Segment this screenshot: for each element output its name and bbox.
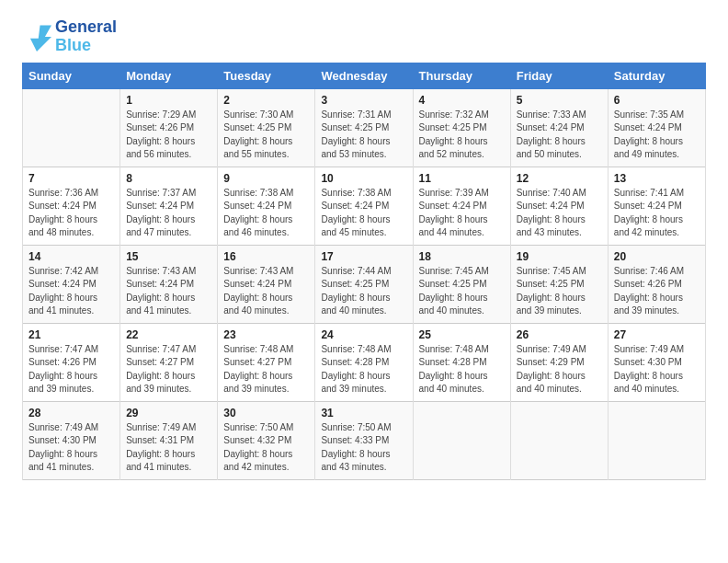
col-header-saturday: Saturday — [608, 63, 705, 88]
day-info: Sunrise: 7:41 AM Sunset: 4:24 PM Dayligh… — [614, 187, 700, 240]
day-info: Sunrise: 7:33 AM Sunset: 4:24 PM Dayligh… — [517, 109, 602, 162]
day-info: Sunrise: 7:50 AM Sunset: 4:32 PM Dayligh… — [223, 421, 309, 475]
calendar-cell: 14Sunrise: 7:42 AM Sunset: 4:24 PM Dayli… — [23, 245, 120, 323]
day-info: Sunrise: 7:32 AM Sunset: 4:25 PM Dayligh… — [419, 109, 505, 162]
day-info: Sunrise: 7:49 AM Sunset: 4:31 PM Dayligh… — [126, 421, 211, 475]
calendar-cell: 20Sunrise: 7:46 AM Sunset: 4:26 PM Dayli… — [608, 245, 705, 323]
day-info: Sunrise: 7:42 AM Sunset: 4:24 PM Dayligh… — [28, 265, 114, 318]
calendar-cell: 24Sunrise: 7:48 AM Sunset: 4:28 PM Dayli… — [315, 323, 413, 401]
day-number: 31 — [321, 407, 406, 419]
day-number: 29 — [126, 407, 211, 419]
calendar-cell: 3Sunrise: 7:31 AM Sunset: 4:25 PM Daylig… — [315, 88, 413, 167]
day-number: 12 — [517, 172, 602, 185]
calendar-cell — [608, 401, 705, 479]
day-info: Sunrise: 7:49 AM Sunset: 4:30 PM Dayligh… — [614, 343, 700, 396]
calendar-cell: 16Sunrise: 7:43 AM Sunset: 4:24 PM Dayli… — [218, 245, 315, 323]
calendar-cell: 26Sunrise: 7:49 AM Sunset: 4:29 PM Dayli… — [510, 323, 608, 401]
calendar-week-row: 14Sunrise: 7:42 AM Sunset: 4:24 PM Dayli… — [23, 245, 706, 323]
calendar-cell: 9Sunrise: 7:38 AM Sunset: 4:24 PM Daylig… — [218, 167, 315, 245]
day-number: 1 — [126, 94, 211, 107]
calendar-cell: 4Sunrise: 7:32 AM Sunset: 4:25 PM Daylig… — [413, 88, 510, 167]
day-info: Sunrise: 7:38 AM Sunset: 4:24 PM Dayligh… — [223, 187, 309, 240]
day-info: Sunrise: 7:39 AM Sunset: 4:24 PM Dayligh… — [419, 187, 505, 240]
day-info: Sunrise: 7:30 AM Sunset: 4:25 PM Dayligh… — [223, 109, 309, 162]
calendar-cell: 17Sunrise: 7:44 AM Sunset: 4:25 PM Dayli… — [315, 245, 413, 323]
calendar-cell: 6Sunrise: 7:35 AM Sunset: 4:24 PM Daylig… — [608, 88, 705, 167]
day-info: Sunrise: 7:37 AM Sunset: 4:24 PM Dayligh… — [126, 187, 211, 240]
day-info: Sunrise: 7:48 AM Sunset: 4:28 PM Dayligh… — [419, 343, 505, 396]
calendar-cell: 15Sunrise: 7:43 AM Sunset: 4:24 PM Dayli… — [120, 245, 218, 323]
col-header-thursday: Thursday — [413, 63, 510, 88]
col-header-monday: Monday — [120, 63, 218, 88]
day-info: Sunrise: 7:48 AM Sunset: 4:27 PM Dayligh… — [223, 343, 309, 396]
day-number: 4 — [419, 94, 505, 107]
day-number: 18 — [419, 250, 505, 263]
calendar-cell: 19Sunrise: 7:45 AM Sunset: 4:25 PM Dayli… — [510, 245, 608, 323]
col-header-friday: Friday — [510, 63, 608, 88]
calendar-cell: 21Sunrise: 7:47 AM Sunset: 4:26 PM Dayli… — [23, 323, 120, 401]
calendar-week-row: 7Sunrise: 7:36 AM Sunset: 4:24 PM Daylig… — [23, 167, 706, 245]
logo: General Blue — [22, 18, 117, 55]
day-number: 16 — [223, 250, 309, 263]
calendar-cell: 13Sunrise: 7:41 AM Sunset: 4:24 PM Dayli… — [608, 167, 705, 245]
day-number: 6 — [614, 94, 700, 107]
day-number: 22 — [126, 328, 211, 341]
day-number: 30 — [223, 407, 309, 419]
calendar-cell: 22Sunrise: 7:47 AM Sunset: 4:27 PM Dayli… — [120, 323, 218, 401]
day-info: Sunrise: 7:45 AM Sunset: 4:25 PM Dayligh… — [419, 265, 505, 318]
day-info: Sunrise: 7:43 AM Sunset: 4:24 PM Dayligh… — [126, 265, 211, 318]
day-info: Sunrise: 7:31 AM Sunset: 4:25 PM Dayligh… — [321, 109, 406, 162]
col-header-sunday: Sunday — [23, 63, 120, 88]
day-info: Sunrise: 7:38 AM Sunset: 4:24 PM Dayligh… — [321, 187, 406, 240]
day-number: 3 — [321, 94, 406, 107]
logo-icon — [22, 22, 51, 52]
calendar-cell: 7Sunrise: 7:36 AM Sunset: 4:24 PM Daylig… — [23, 167, 120, 245]
day-info: Sunrise: 7:47 AM Sunset: 4:27 PM Dayligh… — [126, 343, 211, 396]
calendar-cell: 31Sunrise: 7:50 AM Sunset: 4:33 PM Dayli… — [315, 401, 413, 479]
calendar-cell: 12Sunrise: 7:40 AM Sunset: 4:24 PM Dayli… — [510, 167, 608, 245]
calendar-week-row: 1Sunrise: 7:29 AM Sunset: 4:26 PM Daylig… — [23, 88, 706, 167]
calendar-cell — [23, 88, 120, 167]
day-info: Sunrise: 7:40 AM Sunset: 4:24 PM Dayligh… — [517, 187, 602, 240]
day-number: 8 — [126, 172, 211, 185]
day-info: Sunrise: 7:36 AM Sunset: 4:24 PM Dayligh… — [28, 187, 114, 240]
calendar-cell — [510, 401, 608, 479]
calendar-cell: 29Sunrise: 7:49 AM Sunset: 4:31 PM Dayli… — [120, 401, 218, 479]
calendar-header-row: SundayMondayTuesdayWednesdayThursdayFrid… — [23, 63, 706, 88]
calendar-cell: 11Sunrise: 7:39 AM Sunset: 4:24 PM Dayli… — [413, 167, 510, 245]
calendar-table: SundayMondayTuesdayWednesdayThursdayFrid… — [22, 63, 706, 480]
page-header: General Blue — [22, 18, 706, 55]
calendar-cell: 25Sunrise: 7:48 AM Sunset: 4:28 PM Dayli… — [413, 323, 510, 401]
calendar-cell: 10Sunrise: 7:38 AM Sunset: 4:24 PM Dayli… — [315, 167, 413, 245]
day-number: 21 — [28, 328, 114, 341]
day-info: Sunrise: 7:43 AM Sunset: 4:24 PM Dayligh… — [223, 265, 309, 318]
logo-text-line1: General — [55, 18, 117, 37]
calendar-cell: 2Sunrise: 7:30 AM Sunset: 4:25 PM Daylig… — [218, 88, 315, 167]
day-number: 10 — [321, 172, 406, 185]
day-info: Sunrise: 7:49 AM Sunset: 4:29 PM Dayligh… — [517, 343, 602, 396]
day-number: 27 — [614, 328, 700, 341]
calendar-cell: 8Sunrise: 7:37 AM Sunset: 4:24 PM Daylig… — [120, 167, 218, 245]
day-info: Sunrise: 7:29 AM Sunset: 4:26 PM Dayligh… — [126, 109, 211, 162]
svg-marker-0 — [30, 25, 51, 51]
day-number: 17 — [321, 250, 406, 263]
day-info: Sunrise: 7:35 AM Sunset: 4:24 PM Dayligh… — [614, 109, 700, 162]
calendar-cell: 28Sunrise: 7:49 AM Sunset: 4:30 PM Dayli… — [23, 401, 120, 479]
day-number: 2 — [223, 94, 309, 107]
calendar-cell: 18Sunrise: 7:45 AM Sunset: 4:25 PM Dayli… — [413, 245, 510, 323]
day-info: Sunrise: 7:50 AM Sunset: 4:33 PM Dayligh… — [321, 421, 406, 475]
day-number: 20 — [614, 250, 700, 263]
day-number: 15 — [126, 250, 211, 263]
day-number: 14 — [28, 250, 114, 263]
day-number: 24 — [321, 328, 406, 341]
col-header-wednesday: Wednesday — [315, 63, 413, 88]
day-number: 7 — [28, 172, 114, 185]
day-number: 25 — [419, 328, 505, 341]
day-number: 23 — [223, 328, 309, 341]
day-info: Sunrise: 7:48 AM Sunset: 4:28 PM Dayligh… — [321, 343, 406, 396]
calendar-cell: 27Sunrise: 7:49 AM Sunset: 4:30 PM Dayli… — [608, 323, 705, 401]
col-header-tuesday: Tuesday — [218, 63, 315, 88]
calendar-week-row: 28Sunrise: 7:49 AM Sunset: 4:30 PM Dayli… — [23, 401, 706, 479]
calendar-cell: 23Sunrise: 7:48 AM Sunset: 4:27 PM Dayli… — [218, 323, 315, 401]
day-number: 28 — [28, 407, 114, 419]
